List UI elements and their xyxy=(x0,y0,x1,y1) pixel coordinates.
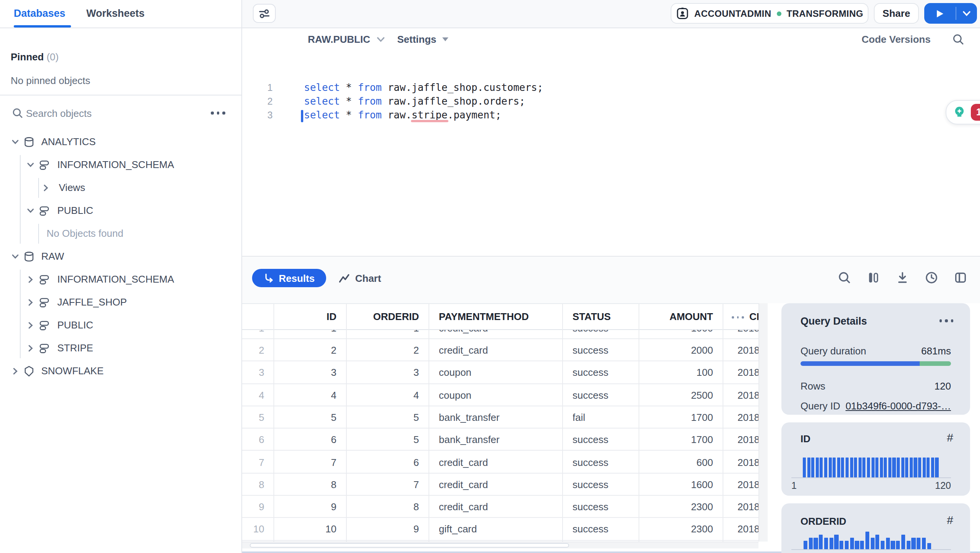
id-histogram-baseline xyxy=(791,477,951,478)
numeric-column-icon[interactable]: # xyxy=(947,513,953,526)
table-cell: 2018-01 xyxy=(737,518,758,541)
column-header-created[interactable]: CREATED xyxy=(749,304,758,330)
table-cell: 2018-01 xyxy=(737,384,758,406)
query-duration-bar xyxy=(800,361,951,366)
query-id-link[interactable]: 01b349f6-0000-d793-… xyxy=(846,400,951,412)
no-pinned-objects-text: No pinned objects xyxy=(11,75,90,86)
search-results-icon[interactable] xyxy=(838,271,851,284)
tree-item-snowflake[interactable]: SNOWFLAKE xyxy=(0,360,241,383)
table-row[interactable]: 887credit_cardsuccess16002018-01 xyxy=(242,474,758,496)
horizontal-scrollbar-thumb[interactable] xyxy=(250,543,569,547)
tab-databases[interactable]: Databases xyxy=(14,0,65,27)
numeric-column-icon[interactable]: # xyxy=(947,431,953,444)
table-cell: 2 xyxy=(346,339,419,362)
history-clock-icon[interactable] xyxy=(925,271,938,284)
query-details-title: Query Details xyxy=(800,315,867,327)
context-selector[interactable]: RAW.PUBLIC xyxy=(308,28,385,50)
column-grid-line xyxy=(346,303,346,542)
table-cell: 9 xyxy=(273,496,336,518)
histogram-bar xyxy=(893,457,896,477)
chevron-right-icon[interactable] xyxy=(27,276,34,283)
results-table-header: IDORDERIDPAYMENTMETHODSTATUSAMOUNTCREATE… xyxy=(242,303,758,330)
table-cell: credit_card xyxy=(439,496,562,518)
table-cell: 9 xyxy=(346,518,419,541)
chevron-right-icon[interactable] xyxy=(27,322,34,329)
table-cell: 1 xyxy=(273,330,336,339)
settings-dropdown[interactable]: Settings xyxy=(397,28,449,50)
column-header-rownum[interactable] xyxy=(242,304,264,330)
column-header-paymentmethod[interactable]: PAYMENTMETHOD xyxy=(439,304,562,330)
column-header-amount[interactable]: AMOUNT xyxy=(638,304,713,330)
tree-item-label: No Objects found xyxy=(47,222,123,245)
chevron-down-icon[interactable] xyxy=(11,253,19,260)
tree-item-stripe[interactable]: STRIPE xyxy=(0,337,241,360)
tab-worksheets[interactable]: Worksheets xyxy=(86,0,145,27)
sidebar-more-icon[interactable] xyxy=(211,112,225,114)
hidden-columns-icon[interactable] xyxy=(732,316,744,318)
tree-item-views[interactable]: Views xyxy=(0,176,241,199)
split-panel-icon[interactable] xyxy=(954,271,967,284)
table-cell: 2300 xyxy=(638,496,713,518)
query-details-menu-icon[interactable] xyxy=(939,319,953,322)
tree-item-analytics[interactable]: ANALYTICS xyxy=(0,131,241,154)
code-line-2[interactable]: 2select * from raw.jaffle_shop.orders; xyxy=(242,95,980,108)
tree-item-jaffle-shop[interactable]: JAFFLE_SHOP xyxy=(0,291,241,314)
table-row[interactable]: 222credit_cardsuccess20002018-01 xyxy=(242,339,758,362)
run-split-button[interactable] xyxy=(924,3,977,24)
run-play-icon[interactable] xyxy=(924,9,956,18)
code-versions-link[interactable]: Code Versions xyxy=(862,28,931,50)
chevron-down-icon[interactable] xyxy=(27,207,34,215)
share-button[interactable]: Share xyxy=(874,3,919,24)
code-token: from xyxy=(358,109,382,121)
sql-editor[interactable]: 1select * from raw.jaffle_shop.customers… xyxy=(242,81,980,122)
code-token: select xyxy=(304,82,340,93)
vertical-scrollbar[interactable] xyxy=(758,303,768,542)
column-header-orderid[interactable]: ORDERID xyxy=(346,304,419,330)
table-cell: credit_card xyxy=(439,330,562,339)
database-icon xyxy=(23,251,35,263)
top-bar-divider xyxy=(0,27,980,28)
column-header-status[interactable]: STATUS xyxy=(572,304,638,330)
table-row[interactable]: 555bank_transferfail17002018-01 xyxy=(242,406,758,429)
tab-chart[interactable]: Chart xyxy=(338,269,381,287)
chevron-right-icon[interactable] xyxy=(42,184,50,192)
table-row[interactable]: 444couponsuccess25002018-01 xyxy=(242,384,758,406)
table-row[interactable]: 776credit_cardsuccess6002018-01 xyxy=(242,451,758,474)
histogram-bar xyxy=(922,537,926,549)
tree-item-raw[interactable]: RAW xyxy=(0,245,241,268)
table-row[interactable]: 998credit_cardsuccess23002018-01 xyxy=(242,496,758,518)
table-row[interactable]: 333couponsuccess1002018-01 xyxy=(242,362,758,384)
chevron-right-icon[interactable] xyxy=(27,299,34,306)
text-cursor xyxy=(301,110,303,122)
chevron-down-icon[interactable] xyxy=(27,161,34,169)
tree-item-information-schema[interactable]: INFORMATION_SCHEMA xyxy=(0,268,241,291)
chevron-right-icon[interactable] xyxy=(27,344,34,352)
editor-search-icon[interactable] xyxy=(953,34,964,45)
histogram-bar xyxy=(891,540,895,549)
role-name: ACCOUNTADMIN xyxy=(694,8,771,19)
search-objects-input[interactable]: Search objects xyxy=(26,108,92,119)
row-number: 6 xyxy=(242,428,264,451)
chevron-down-icon[interactable] xyxy=(11,138,19,146)
role-warehouse-selector[interactable]: ACCOUNTADMIN TRANSFORMING xyxy=(671,3,868,24)
table-row[interactable]: 111credit_cardsuccess10002018-01 xyxy=(242,330,758,339)
table-row[interactable]: 665bank_transfersuccess17002018-01 xyxy=(242,428,758,451)
chevron-right-icon[interactable] xyxy=(11,367,19,375)
tree-item-public[interactable]: PUBLIC xyxy=(0,199,241,222)
download-icon[interactable] xyxy=(896,271,909,284)
assistant-suggestion-pill[interactable]: 1 xyxy=(946,100,980,125)
code-line-1[interactable]: 1select * from raw.jaffle_shop.customers… xyxy=(242,81,980,95)
code-line-3[interactable]: 3select * from raw.stripe.payment; xyxy=(242,108,980,122)
worksheet-filters-button[interactable] xyxy=(253,4,276,23)
tree-item-information-schema[interactable]: INFORMATION_SCHEMA xyxy=(0,154,241,176)
run-options-chevron-icon[interactable] xyxy=(956,10,977,16)
code-token: select xyxy=(304,109,340,121)
table-cell: bank_transfer xyxy=(439,406,562,429)
table-row[interactable]: 10109gift_cardsuccess23002018-01 xyxy=(242,518,758,541)
line-number: 1 xyxy=(242,81,273,95)
tree-item-public[interactable]: PUBLIC xyxy=(0,314,241,337)
columns-icon[interactable] xyxy=(867,271,880,284)
tab-results[interactable]: Results xyxy=(252,269,326,287)
column-header-id[interactable]: ID xyxy=(273,304,336,330)
histogram-bar xyxy=(927,543,931,549)
